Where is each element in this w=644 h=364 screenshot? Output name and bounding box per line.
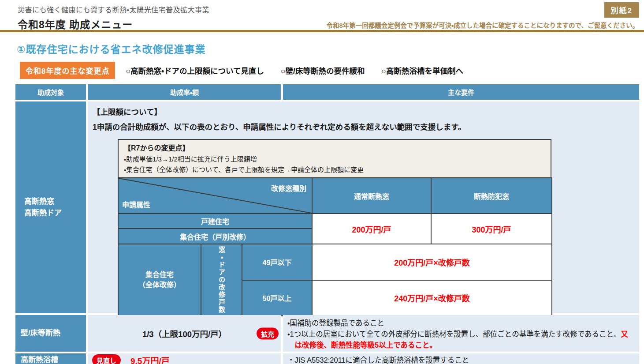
wall-floor-req-2-text: ・1つ以上の居室において全ての外皮部分に断熱材を設置し、部位ごとの基準を満たす改… [287, 330, 621, 338]
wall-floor-rate: 1/3（上限100万円/戸） [142, 328, 227, 339]
col-header-rate: 助成率・額 [88, 84, 281, 100]
label-windows: 高断熱窓 [24, 196, 86, 207]
wall-floor-rate-cell: 1/3（上限100万円/戸） 拡充 [88, 315, 281, 352]
r7-change-item: ・集合住宅（全体改修）について、各戸で上限額を規定→申請全体の上限額に変更 [124, 165, 545, 174]
whole-renovation-line1: 集合住宅 [119, 270, 201, 280]
corner-label-applicant: 申請属性 [122, 199, 150, 210]
windows-doors-content: 【上限額について】 1申請の合計助成額が、以下の表のとおり、申請属性によりそれぞ… [88, 101, 639, 313]
upper-limit-heading: 【上限額について】 [93, 106, 634, 117]
bathtub-req-1: ・JIS A5532:2011に適合した高断熱浴槽を設置すること [287, 355, 469, 364]
section-heading: ①既存住宅における省エネ改修促進事業 [17, 41, 644, 56]
value-security-window: 300万円/戸 [431, 214, 552, 244]
row-label-windows-doors: 高断熱窓 高断熱ドア [15, 101, 86, 313]
label-doors: 高断熱ドア [24, 207, 86, 219]
matrix-col-security-window: 断熱防犯窓 [431, 178, 552, 214]
review-badge: 見直し [92, 354, 121, 364]
r7-change-item: ・助成単価1/3→1/2相当に拡充に伴う上限額増 [124, 154, 545, 163]
attachment-badge: 別紙2 [604, 2, 639, 18]
expansion-badge: 拡充 [257, 327, 279, 339]
col-header-requirements: 主な要件 [283, 84, 639, 100]
value-tier-49-or-less: 200万円/戸×改修戸数 [312, 244, 552, 280]
changes-badge: 令和8年度の主な変更点 [20, 62, 115, 79]
budget-notice: 令和8年第一回都議会定例会で予算案が可決・成立した場合に確定することになりますの… [327, 20, 639, 30]
matrix-corner-cell: 改修窓種別 申請属性 [118, 178, 312, 214]
row-label-bathtub: 高断熱浴槽 [15, 353, 86, 364]
label-wall-floor: 壁/床等断熱 [21, 327, 86, 339]
wall-floor-req-2: ・1つ以上の居室において全ての外皮部分に断熱材を設置し、部位ごとの基準を満たす改… [287, 329, 635, 351]
subsidy-table: 助成対象 助成率・額 主な要件 高断熱窓 高断熱ドア 【上限額について】 1申請… [15, 84, 639, 364]
bathtub-requirements: ・JIS A5532:2011に適合した高断熱浴槽を設置すること [283, 353, 639, 364]
change-item-bath: ○高断熱浴槽を単価制へ [381, 65, 463, 76]
upper-limit-matrix: 改修窓種別 申請属性 通常断熱窓 断熱防犯窓 戸建住宅 200万円/戸 300万… [118, 177, 552, 316]
changes-list: ○高断熱窓・ドアの上限額について見直し ○壁/床等断熱の要件緩和 ○高断熱浴槽を… [126, 65, 463, 76]
change-item-wall: ○壁/床等断熱の要件緩和 [281, 65, 365, 76]
matrix-tier-50-or-more: 50戸以上 [242, 280, 312, 316]
col-header-target: 助成対象 [15, 84, 86, 100]
value-tier-50-or-more: 240万円/戸×改修戸数 [312, 280, 552, 316]
matrix-row-whole-renovation: 集合住宅 （全体改修） [118, 244, 201, 316]
matrix-tier-49-or-less: 49戸以下 [242, 244, 312, 280]
whole-renovation-line2: （全体改修） [119, 280, 201, 290]
bathtub-rate: 9.5万円/戸 [130, 354, 170, 364]
change-item-windows: ○高断熱窓・ドアの上限額について見直し [126, 65, 264, 76]
bathtub-rate-cell: 見直し 9.5万円/戸 [88, 353, 281, 364]
value-normal-window: 200万円/戸 [312, 214, 431, 244]
wall-floor-req-1: ・国補助の登録製品であること [287, 318, 635, 329]
matrix-vertical-label-renovated-units: 窓・ドアの改修戸数 [201, 244, 242, 316]
matrix-row-unit-renovation: 集合住宅（戸別改修） [118, 229, 312, 244]
page-header: 災害にも強く健康にも資する断熱・太陽光住宅普及拡大事業 令和8年度 助成メニュー… [0, 0, 644, 30]
wall-floor-requirements: ・国補助の登録製品であること ・1つ以上の居室において全ての外皮部分に断熱材を設… [283, 315, 639, 352]
upper-limit-description: 1申請の合計助成額が、以下の表のとおり、申請属性によりそれぞれ定める額を超えない… [93, 121, 634, 132]
matrix-row-detached-house: 戸建住宅 [118, 214, 312, 229]
r7-changes-box: 【R7からの変更点】 ・助成単価1/3→1/2相当に拡充に伴う上限額増 ・集合住… [118, 139, 551, 178]
changes-row: 令和8年度の主な変更点 ○高断熱窓・ドアの上限額について見直し ○壁/床等断熱の… [20, 62, 644, 79]
corner-label-window-type: 改修窓種別 [271, 183, 306, 193]
row-label-wall-floor: 壁/床等断熱 [15, 315, 86, 352]
r7-box-title: 【R7からの変更点】 [124, 142, 545, 153]
label-bathtub: 高断熱浴槽 [21, 354, 86, 364]
matrix-col-normal-window: 通常断熱窓 [312, 178, 431, 214]
project-name: 災害にも強く健康にも資する断熱・太陽光住宅普及拡大事業 [18, 4, 644, 15]
